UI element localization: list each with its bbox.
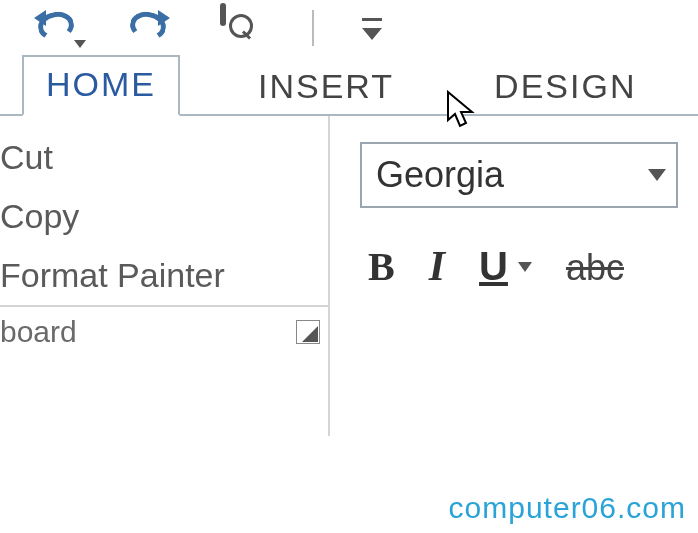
dialog-launcher-icon[interactable]: [296, 320, 320, 344]
underline-label: U: [479, 244, 508, 289]
tab-insert[interactable]: INSERT: [236, 59, 416, 116]
customize-qat-button[interactable]: [362, 10, 382, 46]
cut-label: Cut: [0, 138, 53, 177]
chevron-down-icon[interactable]: [648, 169, 666, 181]
qat-separator: [312, 10, 314, 46]
copy-button[interactable]: Copy: [0, 187, 328, 246]
undo-dropdown-icon[interactable]: [74, 40, 86, 48]
undo-button[interactable]: [36, 6, 80, 50]
ribbon-body: Cut Copy Format Painter board Georgia B …: [0, 116, 698, 436]
ribbon-tabs: HOME INSERT DESIGN: [0, 52, 698, 116]
font-style-row: B I U abc: [360, 242, 698, 290]
print-preview-button[interactable]: [220, 6, 264, 50]
italic-button[interactable]: I: [429, 242, 445, 290]
quick-access-toolbar: [0, 0, 698, 52]
watermark-text: computer06.com: [449, 491, 686, 525]
clipboard-group: Cut Copy Format Painter board: [0, 116, 330, 436]
font-group: Georgia B I U abc: [330, 116, 698, 436]
clipboard-group-label: board: [0, 315, 77, 349]
cut-button[interactable]: Cut: [0, 128, 328, 187]
chevron-down-icon[interactable]: [518, 262, 532, 272]
copy-label: Copy: [0, 197, 79, 236]
strikethrough-button[interactable]: abc: [566, 247, 624, 289]
font-name-combo[interactable]: Georgia: [360, 142, 678, 208]
magnify-page-icon: [220, 3, 226, 26]
underline-button[interactable]: U: [479, 244, 532, 289]
font-name-value: Georgia: [376, 154, 504, 196]
clipboard-group-footer: board: [0, 305, 328, 357]
format-painter-label: Format Painter: [0, 256, 225, 295]
chevron-down-icon: [362, 28, 382, 40]
redo-arrow-icon: [158, 10, 170, 26]
tab-design[interactable]: DESIGN: [472, 59, 658, 116]
format-painter-button[interactable]: Format Painter: [0, 246, 328, 305]
undo-arrow-icon: [34, 10, 46, 26]
bold-button[interactable]: B: [368, 243, 395, 290]
redo-button[interactable]: [128, 6, 172, 50]
customize-bar-icon: [362, 18, 382, 21]
tab-home[interactable]: HOME: [22, 55, 180, 116]
